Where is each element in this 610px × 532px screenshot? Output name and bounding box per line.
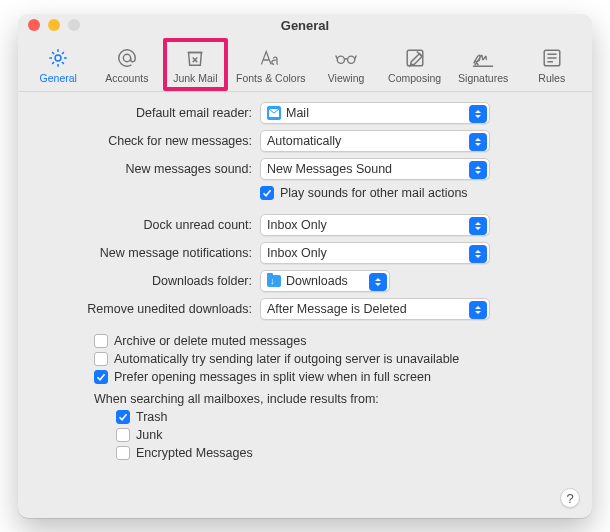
tab-label: General xyxy=(40,72,77,84)
select-new-sound[interactable]: New Messages Sound xyxy=(260,158,490,180)
chevron-updown-icon xyxy=(469,301,487,319)
label-split-view: Prefer opening messages in split view wh… xyxy=(114,370,431,384)
tab-accounts[interactable]: Accounts xyxy=(95,38,160,91)
chevron-updown-icon xyxy=(469,217,487,235)
preferences-toolbar: General Accounts Junk Mail Fonts & Color… xyxy=(18,36,592,92)
label-junk: Junk xyxy=(136,428,162,442)
checkbox-split-view[interactable] xyxy=(94,370,108,384)
tab-fonts-colors[interactable]: Fonts & Colors xyxy=(232,38,310,91)
tab-label: Composing xyxy=(388,72,441,84)
label-new-notifications: New message notifications: xyxy=(36,246,260,260)
select-value: Inbox Only xyxy=(267,246,327,260)
select-value: After Message is Deleted xyxy=(267,302,407,316)
compose-icon xyxy=(403,47,427,69)
tab-label: Signatures xyxy=(458,72,508,84)
select-downloads-folder[interactable]: Downloads xyxy=(260,270,390,292)
label-default-reader: Default email reader: xyxy=(36,106,260,120)
tab-general[interactable]: General xyxy=(26,38,91,91)
signature-icon xyxy=(471,47,495,69)
select-value: Mail xyxy=(286,106,309,120)
preferences-window: General General Accounts Junk Mail xyxy=(18,14,592,518)
label-archive-muted: Archive or delete muted messages xyxy=(114,334,306,348)
tab-signatures[interactable]: Signatures xyxy=(451,38,516,91)
svg-point-2 xyxy=(337,56,344,63)
tab-label: Rules xyxy=(538,72,565,84)
gear-icon xyxy=(46,47,70,69)
chevron-updown-icon xyxy=(469,245,487,263)
label-downloads-folder: Downloads folder: xyxy=(36,274,260,288)
search-include-header: When searching all mailboxes, include re… xyxy=(36,392,574,406)
select-value: New Messages Sound xyxy=(267,162,392,176)
help-button[interactable]: ? xyxy=(560,488,580,508)
titlebar: General xyxy=(18,14,592,36)
select-dock-unread[interactable]: Inbox Only xyxy=(260,214,490,236)
tab-rules[interactable]: Rules xyxy=(519,38,584,91)
label-encrypted: Encrypted Messages xyxy=(136,446,253,460)
downloads-folder-icon xyxy=(267,275,281,287)
svg-point-1 xyxy=(123,54,130,61)
at-icon xyxy=(115,47,139,69)
glasses-icon xyxy=(334,47,358,69)
tab-label: Accounts xyxy=(105,72,148,84)
tab-junk-mail[interactable]: Junk Mail xyxy=(163,38,228,91)
font-icon xyxy=(259,47,283,69)
help-label: ? xyxy=(566,491,573,506)
select-default-reader[interactable]: Mail xyxy=(260,102,490,124)
chevron-updown-icon xyxy=(469,161,487,179)
general-pane: Default email reader: Mail Check for new… xyxy=(18,92,592,476)
svg-point-0 xyxy=(55,55,61,61)
window-title: General xyxy=(18,18,592,33)
select-value: Inbox Only xyxy=(267,218,327,232)
tab-label: Fonts & Colors xyxy=(236,72,305,84)
checkbox-play-sounds[interactable] xyxy=(260,186,274,200)
checkbox-encrypted[interactable] xyxy=(116,446,130,460)
tab-label: Junk Mail xyxy=(173,72,217,84)
select-new-notifications[interactable]: Inbox Only xyxy=(260,242,490,264)
select-value: Automatically xyxy=(267,134,341,148)
chevron-updown-icon xyxy=(469,105,487,123)
label-play-sounds: Play sounds for other mail actions xyxy=(280,186,468,200)
tab-viewing[interactable]: Viewing xyxy=(314,38,379,91)
tab-composing[interactable]: Composing xyxy=(382,38,447,91)
svg-point-3 xyxy=(348,56,355,63)
checkbox-junk[interactable] xyxy=(116,428,130,442)
checkbox-auto-retry[interactable] xyxy=(94,352,108,366)
chevron-updown-icon xyxy=(469,133,487,151)
tab-label: Viewing xyxy=(328,72,365,84)
label-remove-downloads: Remove unedited downloads: xyxy=(36,302,260,316)
rules-icon xyxy=(540,47,564,69)
select-check-messages[interactable]: Automatically xyxy=(260,130,490,152)
checkbox-archive-muted[interactable] xyxy=(94,334,108,348)
label-check-messages: Check for new messages: xyxy=(36,134,260,148)
label-trash: Trash xyxy=(136,410,168,424)
select-value: Downloads xyxy=(286,274,348,288)
label-dock-unread: Dock unread count: xyxy=(36,218,260,232)
select-remove-downloads[interactable]: After Message is Deleted xyxy=(260,298,490,320)
label-auto-retry: Automatically try sending later if outgo… xyxy=(114,352,459,366)
mail-app-icon xyxy=(267,106,281,120)
label-new-sound: New messages sound: xyxy=(36,162,260,176)
chevron-updown-icon xyxy=(369,273,387,291)
junk-icon xyxy=(183,47,207,69)
checkbox-trash[interactable] xyxy=(116,410,130,424)
